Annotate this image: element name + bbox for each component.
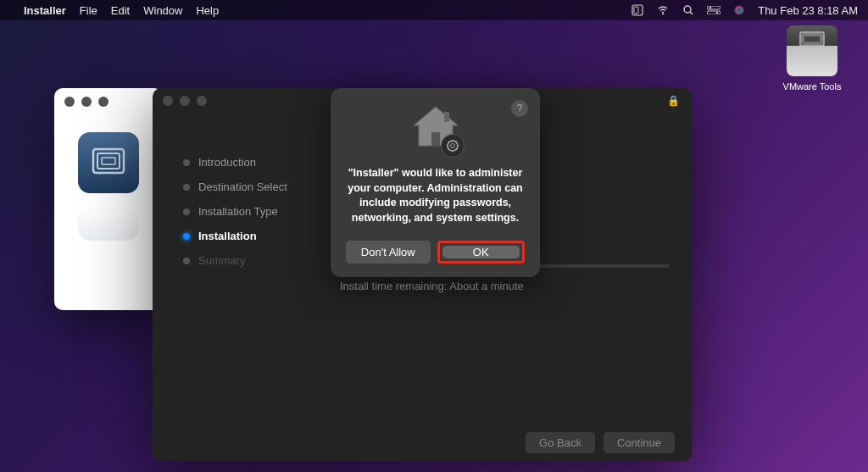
gear-icon — [441, 134, 465, 158]
alert-icon — [409, 103, 463, 154]
bullet-icon — [183, 233, 190, 240]
close-icon[interactable] — [64, 97, 75, 107]
sidebar-item-label: Summary — [198, 254, 246, 267]
bullet-icon — [183, 208, 190, 215]
bullet-icon — [183, 159, 190, 166]
sidebar-item-installation: Installation — [183, 230, 318, 242]
svg-line-4 — [690, 12, 693, 14]
vmware-icon — [78, 132, 139, 193]
svg-rect-1 — [634, 7, 638, 14]
svg-point-3 — [684, 6, 691, 13]
control-center-icon[interactable] — [707, 3, 721, 17]
maximize-icon[interactable] — [98, 97, 108, 107]
icon-reflection — [78, 198, 139, 241]
system-menubar: Installer File Edit Window Help Thu Feb … — [0, 0, 868, 20]
svg-rect-18 — [431, 132, 440, 146]
window-menu[interactable]: Window — [143, 4, 182, 17]
sidebar-item-label: Introduction — [198, 156, 256, 169]
disk-icon — [787, 25, 837, 76]
help-menu[interactable]: Help — [196, 4, 219, 17]
siri-icon[interactable] — [732, 3, 746, 17]
sidebar-item-destination: Destination Select — [183, 180, 318, 193]
wifi-icon[interactable] — [656, 3, 670, 17]
close-icon[interactable] — [163, 96, 173, 106]
sidebar-item-label: Destination Select — [198, 180, 287, 193]
svg-rect-16 — [97, 153, 120, 169]
file-menu[interactable]: File — [80, 4, 97, 17]
sidebar-item-introduction: Introduction — [183, 156, 318, 169]
sidebar-item-label: Installation — [198, 230, 257, 242]
ok-button[interactable]: OK — [442, 246, 520, 258]
desktop-icon-label: VMware Tools — [778, 81, 846, 92]
progress-label: Install time remaining: About a minute — [340, 280, 670, 292]
dont-allow-button[interactable]: Don't Allow — [346, 241, 431, 264]
go-back-button: Go Back — [526, 432, 595, 453]
alert-message: "Installer" would like to administer you… — [346, 166, 525, 225]
bullet-icon — [183, 184, 190, 191]
svg-point-6 — [709, 7, 711, 8]
background-window — [54, 88, 163, 310]
svg-point-2 — [662, 14, 664, 15]
ok-highlight: OK — [437, 241, 526, 264]
permission-alert: ? "Installer" would like to administer y… — [331, 88, 540, 277]
svg-rect-19 — [444, 112, 449, 122]
sidebar-item-summary: Summary — [183, 254, 318, 267]
sidebar-item-install-type: Installation Type — [183, 205, 318, 218]
svg-rect-14 — [804, 36, 821, 42]
minimize-icon[interactable] — [81, 97, 92, 107]
edit-menu[interactable]: Edit — [111, 4, 130, 17]
minimize-icon[interactable] — [180, 96, 190, 106]
svg-point-21 — [450, 144, 454, 148]
help-icon[interactable]: ? — [511, 100, 528, 117]
app-menu[interactable]: Installer — [24, 4, 66, 17]
spotlight-icon[interactable] — [682, 3, 695, 17]
maximize-icon[interactable] — [197, 96, 207, 106]
bullet-icon — [183, 258, 190, 264]
svg-point-8 — [716, 12, 718, 14]
svg-rect-5 — [707, 6, 721, 9]
sidebar-item-label: Installation Type — [198, 205, 278, 218]
desktop-icon-vmware-tools[interactable]: VMware Tools — [778, 25, 846, 92]
installer-sidebar: Introduction Destination Select Installa… — [153, 114, 318, 424]
lock-icon: 🔒 — [667, 95, 680, 107]
continue-button: Continue — [604, 432, 675, 453]
svg-rect-17 — [102, 158, 115, 164]
svg-rect-7 — [707, 11, 721, 14]
clock[interactable]: Thu Feb 23 8:18 AM — [758, 4, 858, 17]
stage-manager-icon[interactable] — [631, 3, 644, 17]
